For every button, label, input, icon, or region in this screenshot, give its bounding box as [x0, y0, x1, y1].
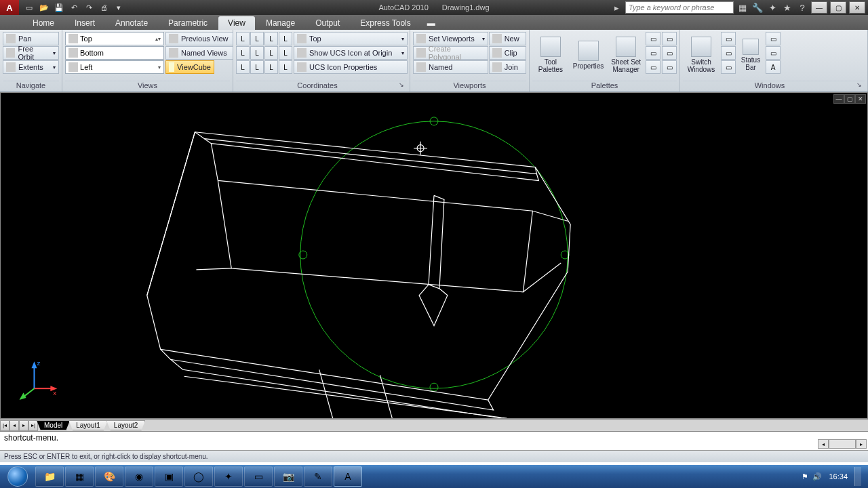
help-icon[interactable]: ? [796, 1, 808, 14]
clip-viewport-button[interactable]: Clip [489, 46, 526, 60]
ucs-btn-8[interactable]: L [279, 46, 292, 60]
search-input[interactable] [625, 1, 734, 14]
taskbar-app-2[interactable]: ▦ [65, 466, 94, 487]
window-small-5[interactable]: ▭ [766, 46, 781, 60]
tool-palettes-button[interactable]: Tool Palettes [532, 32, 569, 78]
qat-dropdown-icon[interactable]: ▾ [113, 2, 125, 13]
switch-windows-button[interactable]: Switch Windows [683, 32, 719, 78]
tab-express-tools[interactable]: Express Tools [351, 16, 420, 30]
palette-small-2[interactable]: ▭ [646, 46, 660, 60]
vp-maximize-button[interactable]: ▢ [844, 94, 855, 104]
command-line[interactable]: shortcut-menu. ◂ ▸ [0, 431, 868, 450]
cmd-scroll-left[interactable]: ◂ [818, 439, 829, 449]
qat-plot-icon[interactable]: 🖨 [98, 2, 110, 13]
tray-volume-icon[interactable]: 🔊 [812, 472, 822, 481]
taskbar-app-explorer[interactable]: 📁 [35, 466, 64, 487]
set-viewports-button[interactable]: Set Viewports▾ [413, 32, 488, 45]
ucs-btn-10[interactable]: L [250, 60, 264, 74]
window-small-6[interactable]: A [766, 60, 781, 74]
qat-save-icon[interactable]: 💾 [53, 2, 65, 13]
tab-home[interactable]: Home [23, 16, 64, 30]
viewcube-button[interactable]: ViewCube [165, 60, 214, 74]
key-icon[interactable]: 🔧 [751, 1, 764, 14]
new-viewport-button[interactable]: New [489, 32, 526, 45]
infocenter-icon[interactable]: ▦ [736, 1, 749, 14]
ucs-btn-9[interactable]: L [236, 60, 250, 74]
tab-extra-icon[interactable]: ▬ [422, 16, 441, 30]
create-polygonal-button[interactable]: Create Polygonal [413, 46, 488, 60]
taskbar-clock[interactable]: 16:34 [829, 472, 848, 481]
pan-button[interactable]: Pan [3, 32, 59, 45]
window-small-2[interactable]: ▭ [721, 46, 736, 60]
tab-output[interactable]: Output [306, 16, 349, 30]
ucs-top-combo[interactable]: Top▾ [294, 32, 408, 45]
window-small-4[interactable]: ▭ [766, 32, 781, 45]
layout-prev-button[interactable]: ◂ [9, 420, 19, 431]
join-viewport-button[interactable]: Join [489, 60, 526, 74]
show-desktop-button[interactable] [854, 467, 861, 486]
sheet-set-manager-button[interactable]: Sheet Set Manager [608, 32, 644, 78]
palette-small-6[interactable]: ▭ [662, 60, 677, 74]
window-small-1[interactable]: ▭ [721, 32, 736, 45]
free-orbit-button[interactable]: Free Orbit▾ [3, 46, 59, 60]
vp-close-button[interactable]: ✕ [855, 94, 866, 104]
layout-last-button[interactable]: ▸| [28, 420, 38, 431]
properties-button[interactable]: Properties [570, 32, 607, 78]
qat-open-icon[interactable]: 📂 [38, 2, 50, 13]
tab-insert[interactable]: Insert [65, 16, 104, 30]
ucs-btn-7[interactable]: L [264, 46, 278, 60]
layout-first-button[interactable]: |◂ [0, 420, 9, 431]
ucs-btn-1[interactable]: L [236, 32, 250, 45]
tab-view[interactable]: View [218, 16, 255, 30]
window-small-3[interactable]: ▭ [721, 60, 736, 74]
qat-redo-icon[interactable]: ↷ [83, 2, 95, 13]
ucs-btn-2[interactable]: L [250, 32, 264, 45]
palette-small-3[interactable]: ▭ [646, 60, 660, 74]
taskbar-app-8[interactable]: ▭ [244, 466, 273, 487]
qat-undo-icon[interactable]: ↶ [68, 2, 80, 13]
drawing-viewport[interactable]: — ▢ ✕ [0, 92, 868, 419]
view-top-combo[interactable]: Top▴▾ [65, 32, 164, 45]
tab-manage[interactable]: Manage [256, 16, 304, 30]
taskbar-app-7[interactable]: ✦ [214, 466, 243, 487]
view-bottom-combo[interactable]: Bottom [65, 46, 164, 60]
extents-button[interactable]: Extents▾ [3, 60, 59, 74]
favorite-icon[interactable]: ✦ [766, 1, 778, 14]
tab-parametric[interactable]: Parametric [159, 16, 217, 30]
taskbar-app-10[interactable]: ✎ [304, 466, 332, 487]
tab-annotate[interactable]: Annotate [106, 16, 157, 30]
layout-tab-layout1[interactable]: Layout1 [68, 420, 108, 430]
taskbar-app-3[interactable]: 🎨 [95, 466, 123, 487]
menu-toggle-icon[interactable]: ▸ [610, 1, 623, 14]
model-canvas[interactable]: z x [1, 93, 867, 418]
cmd-scroll-right[interactable]: ▸ [856, 439, 867, 449]
status-bar-button[interactable]: Status Bar [737, 32, 764, 78]
star-icon[interactable]: ★ [781, 1, 793, 14]
show-ucs-button[interactable]: Show UCS Icon at Origin▾ [294, 46, 408, 60]
maximize-button[interactable]: ▢ [830, 1, 846, 14]
minimize-button[interactable]: — [811, 1, 827, 14]
app-menu-button[interactable]: A [0, 0, 19, 15]
qat-new-icon[interactable]: ▭ [23, 2, 35, 13]
taskbar-app-4[interactable]: ◉ [125, 466, 153, 487]
palette-small-1[interactable]: ▭ [646, 32, 660, 45]
named-views-button[interactable]: Named Views [165, 46, 233, 60]
ucs-btn-4[interactable]: L [279, 32, 292, 45]
system-tray[interactable]: ⚑ 🔊 [802, 472, 822, 481]
taskbar-app-autocad[interactable]: A [334, 466, 362, 487]
start-button[interactable] [1, 466, 34, 487]
ucs-btn-11[interactable]: L [264, 60, 278, 74]
taskbar-app-chrome[interactable]: ◯ [184, 466, 213, 487]
ucs-props-button[interactable]: UCS Icon Properties [294, 60, 408, 74]
layout-next-button[interactable]: ▸ [19, 420, 28, 431]
cmd-scroll-track[interactable] [829, 439, 856, 449]
close-button[interactable]: ✕ [849, 1, 865, 14]
ucs-btn-5[interactable]: L [236, 46, 250, 60]
layout-tab-layout2[interactable]: Layout2 [106, 420, 146, 430]
named-viewport-button[interactable]: Named [413, 60, 488, 74]
ucs-btn-3[interactable]: L [264, 32, 278, 45]
layout-tab-model[interactable]: Model [37, 420, 70, 430]
ucs-btn-6[interactable]: L [250, 46, 264, 60]
ucs-btn-12[interactable]: L [279, 60, 292, 74]
vp-minimize-button[interactable]: — [833, 94, 844, 104]
